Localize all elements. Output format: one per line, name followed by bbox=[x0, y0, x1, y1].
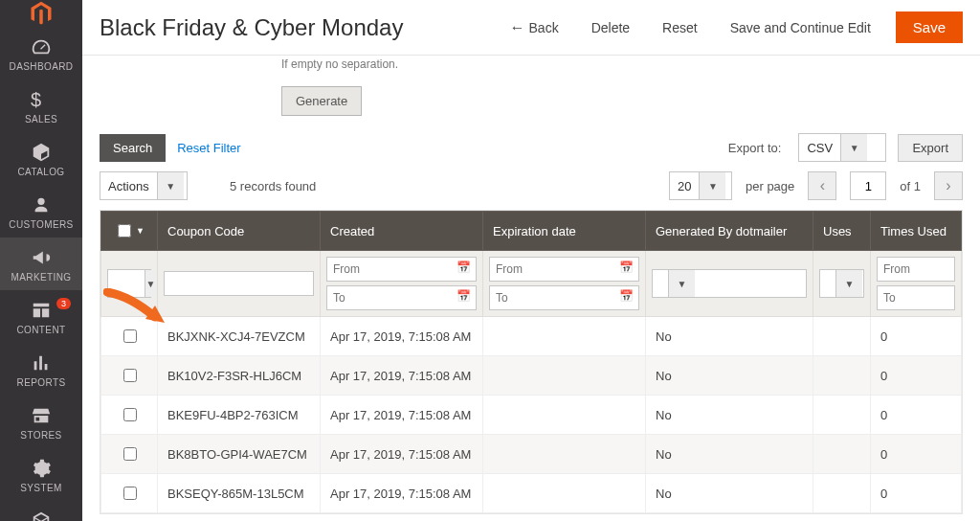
calendar-icon[interactable]: 📅 bbox=[619, 260, 634, 274]
select-all-checkbox[interactable] bbox=[118, 224, 131, 238]
generate-button[interactable]: Generate bbox=[281, 86, 362, 116]
page-number-input[interactable] bbox=[850, 171, 886, 200]
coupons-grid: ▼ Coupon Code Created Expiration date Ge… bbox=[100, 210, 963, 514]
cell-generated: No bbox=[646, 435, 813, 474]
page-size-value: 20 bbox=[670, 179, 699, 193]
row-checkbox[interactable] bbox=[123, 408, 137, 421]
chevron-down-icon: ▼ bbox=[835, 270, 862, 297]
export-format-select[interactable]: CSV ▼ bbox=[798, 133, 886, 162]
sidebar-item-system[interactable]: SYSTEM bbox=[0, 448, 82, 501]
export-button[interactable]: Export bbox=[898, 134, 963, 162]
export-format-value: CSV bbox=[799, 141, 840, 155]
col-uses[interactable]: Uses bbox=[813, 212, 871, 251]
calendar-icon[interactable]: 📅 bbox=[457, 289, 471, 303]
table-row[interactable]: BK8BTO-GPI4-WAE7CMApr 17, 2019, 7:15:08 … bbox=[101, 435, 962, 474]
col-created[interactable]: Created bbox=[321, 212, 483, 251]
calendar-icon[interactable]: 📅 bbox=[457, 260, 471, 274]
row-checkbox[interactable] bbox=[123, 447, 137, 461]
sidebar-item-dashboard[interactable]: DASHBOARD bbox=[0, 27, 82, 79]
sidebar-item-label: MARKETING bbox=[11, 272, 71, 283]
sidebar-item-sales[interactable]: $SALES bbox=[0, 79, 82, 132]
save-button[interactable]: Save bbox=[896, 11, 963, 43]
cell-times: 0 bbox=[871, 396, 962, 435]
sidebar-item-stores[interactable]: STORES bbox=[0, 396, 82, 448]
page-next-button[interactable]: › bbox=[934, 171, 963, 200]
col-coupon-code[interactable]: Coupon Code bbox=[158, 212, 321, 251]
chevron-down-icon: ▼ bbox=[157, 172, 184, 199]
storefront-icon bbox=[31, 405, 52, 426]
filter-created-from[interactable] bbox=[326, 257, 477, 282]
delete-button[interactable]: Delete bbox=[584, 14, 637, 41]
cell-times: 0 bbox=[871, 356, 962, 396]
sidebar-item-find-partners[interactable]: FIND PARTNERS bbox=[0, 501, 82, 521]
cell-uses bbox=[813, 317, 871, 356]
sidebar-item-label: SALES bbox=[25, 114, 57, 125]
cell-times: 0 bbox=[871, 317, 962, 356]
calendar-icon[interactable]: 📅 bbox=[619, 289, 634, 303]
filter-uses-select[interactable]: ▼ bbox=[819, 269, 864, 298]
cell-code: BK10V2-F3SR-HLJ6CM bbox=[158, 356, 321, 396]
row-checkbox[interactable] bbox=[123, 369, 137, 382]
gear-icon bbox=[31, 458, 52, 479]
cell-uses bbox=[813, 356, 871, 396]
save-continue-button[interactable]: Save and Continue Edit bbox=[723, 14, 879, 41]
col-expiration[interactable]: Expiration date bbox=[483, 212, 646, 251]
arrow-left-icon: ← bbox=[510, 19, 525, 35]
sidebar-item-label: DASHBOARD bbox=[10, 61, 74, 72]
search-button[interactable]: Search bbox=[100, 134, 166, 162]
cell-generated: No bbox=[646, 474, 813, 513]
page-prev-button[interactable]: ‹ bbox=[808, 171, 836, 200]
filter-exp-to[interactable] bbox=[489, 285, 639, 310]
filter-times-from[interactable] bbox=[877, 257, 955, 282]
sidebar-item-reports[interactable]: REPORTS bbox=[0, 343, 82, 396]
row-checkbox[interactable] bbox=[123, 487, 137, 500]
col-generated-by[interactable]: Generated By dotmailer bbox=[646, 212, 813, 251]
person-icon bbox=[31, 194, 52, 215]
cell-code: BK8BTO-GPI4-WAE7CM bbox=[158, 435, 321, 474]
page-size-select[interactable]: 20 ▼ bbox=[669, 171, 732, 200]
filter-code-input[interactable] bbox=[164, 271, 314, 296]
cell-code: BKJXNK-XCJ4-7EVZCM bbox=[158, 317, 321, 356]
grid-toolbar: Search Reset Filter Export to: CSV ▼ Exp… bbox=[100, 133, 963, 162]
table-row[interactable]: BK10V2-F3SR-HLJ6CMApr 17, 2019, 7:15:08 … bbox=[101, 356, 962, 396]
filter-select-any[interactable]: Any▼ bbox=[107, 269, 151, 298]
actions-value: Actions bbox=[100, 179, 157, 193]
filter-created-to[interactable] bbox=[326, 285, 477, 310]
table-filter-row: Any▼ 📅 📅 📅 📅 bbox=[101, 251, 962, 317]
filter-generated-select[interactable]: ▼ bbox=[652, 269, 807, 298]
filter-times-to[interactable] bbox=[877, 285, 955, 310]
cell-generated: No bbox=[646, 356, 813, 396]
notification-badge: 3 bbox=[56, 298, 71, 309]
cell-times: 0 bbox=[871, 435, 962, 474]
cell-created: Apr 17, 2019, 7:15:08 AM bbox=[321, 396, 483, 435]
coupons-tbody: BKJXNK-XCJ4-7EVZCMApr 17, 2019, 7:15:08 … bbox=[101, 317, 962, 513]
sidebar-item-content[interactable]: CONTENT3 bbox=[0, 290, 82, 343]
col-select[interactable]: ▼ bbox=[101, 212, 158, 251]
box-icon bbox=[31, 142, 52, 163]
filter-any-value: Any bbox=[108, 277, 145, 291]
cell-expiration bbox=[483, 474, 646, 513]
reset-filter-link[interactable]: Reset Filter bbox=[177, 141, 240, 155]
layout-icon bbox=[31, 300, 52, 321]
separation-hint: If empty no separation. bbox=[281, 57, 963, 71]
table-row[interactable]: BKE9FU-4BP2-763ICMApr 17, 2019, 7:15:08 … bbox=[101, 396, 962, 435]
sidebar-item-customers[interactable]: CUSTOMERS bbox=[0, 185, 82, 238]
chevron-down-icon: ▼ bbox=[840, 134, 867, 161]
col-times-used[interactable]: Times Used bbox=[871, 212, 962, 251]
cell-expiration bbox=[483, 396, 646, 435]
partners-icon bbox=[31, 510, 52, 521]
table-row[interactable]: BKJXNK-XCJ4-7EVZCMApr 17, 2019, 7:15:08 … bbox=[101, 317, 962, 356]
filter-exp-from[interactable] bbox=[489, 257, 639, 282]
cell-created: Apr 17, 2019, 7:15:08 AM bbox=[321, 474, 483, 513]
table-row[interactable]: BKSEQY-865M-13L5CMApr 17, 2019, 7:15:08 … bbox=[101, 474, 962, 513]
actions-select[interactable]: Actions ▼ bbox=[100, 171, 188, 200]
row-checkbox[interactable] bbox=[123, 329, 137, 343]
reset-button[interactable]: Reset bbox=[655, 14, 705, 41]
coupons-table: ▼ Coupon Code Created Expiration date Ge… bbox=[100, 211, 962, 513]
sidebar-item-catalog[interactable]: CATALOG bbox=[0, 132, 82, 185]
table-head-row: ▼ Coupon Code Created Expiration date Ge… bbox=[101, 212, 962, 251]
sidebar-item-marketing[interactable]: MARKETING bbox=[0, 238, 82, 290]
back-label: Back bbox=[529, 20, 559, 35]
cell-expiration bbox=[483, 435, 646, 474]
back-button[interactable]: ←Back bbox=[502, 13, 567, 42]
